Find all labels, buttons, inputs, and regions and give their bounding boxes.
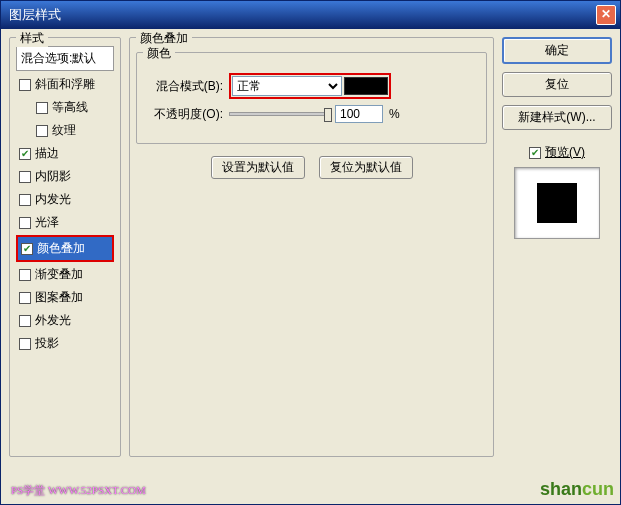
style-checkbox[interactable] xyxy=(19,79,31,91)
opacity-input[interactable]: 100 xyxy=(335,105,383,123)
reset-default-button[interactable]: 复位为默认值 xyxy=(319,156,413,179)
style-checkbox[interactable] xyxy=(19,338,31,350)
style-item-1[interactable]: 等高线 xyxy=(16,96,114,119)
style-checkbox[interactable] xyxy=(19,292,31,304)
close-icon[interactable]: ✕ xyxy=(596,5,616,25)
styles-group: 样式 混合选项:默认 斜面和浮雕等高线纹理描边内阴影内发光光泽颜色叠加渐变叠加图… xyxy=(9,37,121,457)
opacity-slider[interactable] xyxy=(229,112,329,116)
preview-box xyxy=(514,167,600,239)
opacity-unit: % xyxy=(389,107,400,121)
layer-style-dialog: 图层样式 ✕ 样式 混合选项:默认 斜面和浮雕等高线纹理描边内阴影内发光光泽颜色… xyxy=(0,0,621,505)
style-item-label: 内发光 xyxy=(35,191,71,208)
style-item-11[interactable]: 投影 xyxy=(16,332,114,355)
style-checkbox[interactable] xyxy=(19,171,31,183)
style-checkbox[interactable] xyxy=(36,102,48,114)
color-swatch[interactable] xyxy=(344,77,388,95)
preview-checkbox[interactable] xyxy=(529,147,541,159)
preview-label: 预览(V) xyxy=(545,144,585,161)
style-item-6[interactable]: 光泽 xyxy=(16,211,114,234)
style-item-5[interactable]: 内发光 xyxy=(16,188,114,211)
watermark-right: shancun xyxy=(540,479,614,500)
styles-group-label: 样式 xyxy=(16,30,48,47)
cancel-button[interactable]: 复位 xyxy=(502,72,612,97)
style-item-label: 颜色叠加 xyxy=(37,240,85,257)
style-item-4[interactable]: 内阴影 xyxy=(16,165,114,188)
style-item-7[interactable]: 颜色叠加 xyxy=(18,237,112,260)
style-item-9[interactable]: 图案叠加 xyxy=(16,286,114,309)
style-checkbox[interactable] xyxy=(19,148,31,160)
style-item-label: 光泽 xyxy=(35,214,59,231)
blend-mode-select[interactable]: 正常 xyxy=(232,76,342,96)
style-item-8[interactable]: 渐变叠加 xyxy=(16,263,114,286)
style-item-label: 描边 xyxy=(35,145,59,162)
style-item-10[interactable]: 外发光 xyxy=(16,309,114,332)
titlebar[interactable]: 图层样式 ✕ xyxy=(1,1,620,29)
style-item-label: 外发光 xyxy=(35,312,71,329)
window-title: 图层样式 xyxy=(9,6,61,24)
make-default-button[interactable]: 设置为默认值 xyxy=(211,156,305,179)
style-item-2[interactable]: 纹理 xyxy=(16,119,114,142)
blend-mode-label: 混合模式(B): xyxy=(147,78,223,95)
color-group-label: 颜色 xyxy=(143,45,175,62)
style-item-label: 斜面和浮雕 xyxy=(35,76,95,93)
style-item-label: 纹理 xyxy=(52,122,76,139)
color-group: 颜色 混合模式(B): 正常 不透明度(O): 100 xyxy=(136,52,487,144)
style-item-3[interactable]: 描边 xyxy=(16,142,114,165)
ok-button[interactable]: 确定 xyxy=(502,37,612,64)
style-item-label: 图案叠加 xyxy=(35,289,83,306)
style-item-0[interactable]: 斜面和浮雕 xyxy=(16,73,114,96)
style-checkbox[interactable] xyxy=(19,217,31,229)
style-item-label: 投影 xyxy=(35,335,59,352)
effect-group: 颜色叠加 颜色 混合模式(B): 正常 不透明度(O): xyxy=(129,37,494,457)
style-checkbox[interactable] xyxy=(19,269,31,281)
style-item-label: 内阴影 xyxy=(35,168,71,185)
style-checkbox[interactable] xyxy=(19,194,31,206)
preview-swatch xyxy=(537,183,577,223)
slider-thumb-icon[interactable] xyxy=(324,108,332,122)
blend-options-header[interactable]: 混合选项:默认 xyxy=(16,46,114,71)
new-style-button[interactable]: 新建样式(W)... xyxy=(502,105,612,130)
style-checkbox[interactable] xyxy=(36,125,48,137)
style-checkbox[interactable] xyxy=(19,315,31,327)
style-checkbox[interactable] xyxy=(21,243,33,255)
style-item-label: 等高线 xyxy=(52,99,88,116)
blend-mode-highlight: 正常 xyxy=(229,73,391,99)
opacity-label: 不透明度(O): xyxy=(147,106,223,123)
style-item-label: 渐变叠加 xyxy=(35,266,83,283)
watermark-left: PS学堂 WWW.52PSXT.COM xyxy=(11,483,146,498)
